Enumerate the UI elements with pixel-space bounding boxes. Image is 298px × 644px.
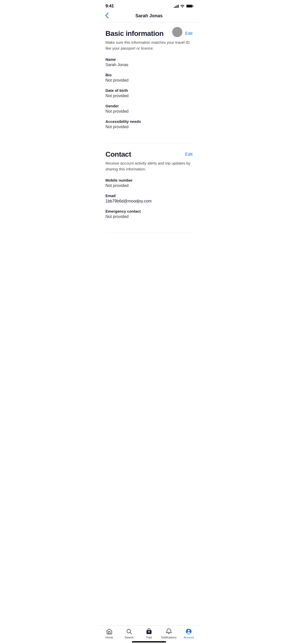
dob-field: Date of birth Not provided	[105, 88, 193, 98]
contact-section: Contact Edit Receive account activity al…	[105, 143, 193, 233]
basic-info-description: Make sure this information matches your …	[105, 40, 193, 51]
bio-value: Not provided	[105, 78, 193, 83]
dob-label: Date of birth	[105, 88, 193, 93]
status-bar: 9:41	[99, 0, 199, 11]
bio-label: Bio	[105, 73, 193, 77]
page-title: Sarah Jonas	[135, 13, 162, 19]
contact-title: Contact	[105, 150, 131, 158]
gender-field: Gender Not provided	[105, 104, 193, 114]
basic-info-edit-button[interactable]: Edit	[185, 30, 193, 36]
basic-information-section: Basic information Edit Make sure this in…	[105, 22, 193, 143]
avatar-decoration	[172, 27, 182, 37]
main-content: Basic information Edit Make sure this in…	[99, 22, 199, 256]
accessibility-value: Not provided	[105, 125, 193, 129]
basic-info-header-wrapper: Basic information Edit	[105, 30, 193, 38]
accessibility-label: Accessibility needs	[105, 119, 193, 124]
signal-icon	[174, 5, 179, 8]
back-button[interactable]	[104, 12, 110, 20]
gender-value: Not provided	[105, 109, 193, 114]
dob-value: Not provided	[105, 94, 193, 98]
bio-field: Bio Not provided	[105, 73, 193, 83]
mobile-field: Mobile number Not provided	[105, 178, 193, 188]
accessibility-field: Accessibility needs Not provided	[105, 119, 193, 129]
gender-label: Gender	[105, 104, 193, 108]
emergency-contact-value: Not provided	[105, 214, 193, 219]
battery-icon	[186, 5, 193, 8]
email-field: Email 1bb79b6d@moodjoy.com	[105, 194, 193, 203]
status-icons	[174, 4, 193, 8]
email-value: 1bb79b6d@moodjoy.com	[105, 199, 193, 203]
contact-header: Contact Edit	[105, 150, 193, 158]
nav-header: Sarah Jonas	[99, 11, 199, 22]
contact-edit-button[interactable]: Edit	[185, 150, 193, 157]
name-field: Name Sarah Jonas	[105, 57, 193, 67]
status-time: 9:41	[105, 4, 114, 9]
wifi-icon	[180, 4, 185, 8]
emergency-contact-field: Emergency contact Not provided	[105, 209, 193, 219]
mobile-value: Not provided	[105, 183, 193, 188]
contact-description: Receive account activity alerts and trip…	[105, 160, 193, 172]
mobile-label: Mobile number	[105, 178, 193, 182]
name-value: Sarah Jonas	[105, 63, 193, 67]
name-label: Name	[105, 57, 193, 62]
basic-info-title: Basic information	[105, 30, 164, 38]
emergency-contact-label: Emergency contact	[105, 209, 193, 213]
email-label: Email	[105, 194, 193, 198]
